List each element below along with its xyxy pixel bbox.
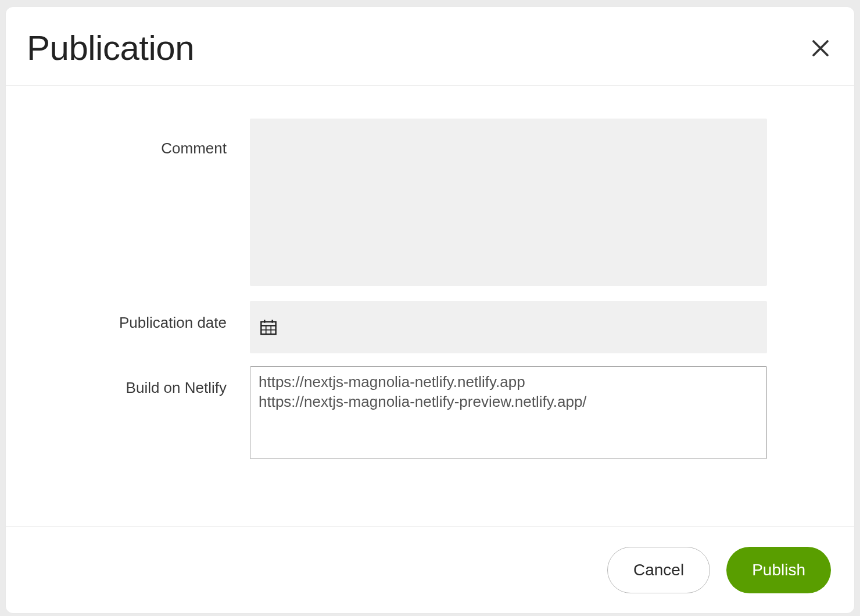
build-netlify-input[interactable] [250, 366, 767, 459]
publish-button[interactable]: Publish [726, 547, 831, 593]
dialog-footer: Cancel Publish [6, 527, 854, 613]
form-row-build-netlify: Build on Netlify [41, 366, 767, 461]
dialog-title: Publication [27, 28, 194, 68]
dialog-header: Publication [6, 7, 854, 86]
svg-rect-0 [261, 322, 275, 334]
close-button[interactable] [809, 37, 832, 60]
publication-date-input[interactable] [250, 301, 767, 353]
build-netlify-label: Build on Netlify [41, 366, 250, 461]
comment-label: Comment [41, 119, 250, 288]
form-row-comment: Comment [41, 119, 767, 288]
comment-input[interactable] [250, 119, 767, 286]
form-row-publication-date: Publication date [41, 301, 767, 353]
publication-dialog: Publication Comment Publication date [6, 7, 854, 613]
dialog-body: Comment Publication date [6, 86, 854, 527]
cancel-button[interactable]: Cancel [607, 547, 710, 593]
close-icon [810, 38, 831, 59]
calendar-icon [259, 318, 278, 336]
publication-date-label: Publication date [41, 301, 250, 353]
